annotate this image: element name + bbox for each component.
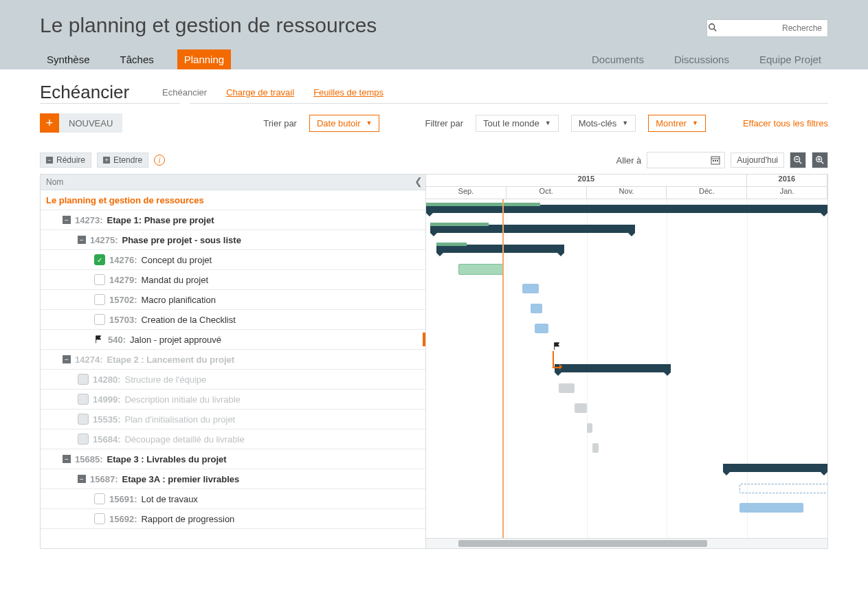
checkbox[interactable] [94,274,105,285]
task-row[interactable]: −15687: Etape 3A : premier livrables [41,469,425,489]
task-row[interactable]: 14280: Structure de l'équipe [41,370,425,390]
subtab-charge[interactable]: Charge de travail [226,82,294,103]
chevron-down-icon: ▼ [692,120,698,126]
gantt-group-bar[interactable] [555,364,671,372]
task-row[interactable]: 14279: Mandat du projet [41,270,425,290]
checkbox[interactable] [94,294,105,305]
keywords-select[interactable]: Mots-clés▼ [571,115,636,132]
horizontal-scrollbar[interactable] [426,538,827,548]
gantt-task-bar[interactable] [739,503,803,513]
svg-line-8 [799,161,802,164]
month-header: Nov. [587,187,667,199]
today-button[interactable]: Aujourd'hui [731,153,784,168]
plus-icon: + [40,113,59,133]
task-row[interactable]: 14999: Description initiale du livrable [41,390,425,409]
chevron-down-icon: ▼ [545,120,551,126]
subtab-echeancier[interactable]: Echéancier [162,82,207,103]
task-row[interactable]: 15691: Lot de travaux [41,489,425,509]
expand-all-button[interactable]: +Etendre [97,153,148,168]
gantt-task-bar[interactable] [592,443,599,453]
search-icon [707,23,717,34]
toggle-icon[interactable]: − [63,455,71,463]
search-box[interactable] [706,19,828,37]
gantt-task-bar[interactable] [535,324,548,333]
year-header: 2016 [747,175,827,186]
task-row[interactable]: ✓14276: Concept du projet [41,250,425,270]
checkbox[interactable] [78,414,89,425]
tab-tâches[interactable]: Tâches [113,49,161,69]
month-header: Oct. [507,187,587,199]
new-button-label: NOUVEAU [59,113,122,133]
year-header: 2015 [426,175,747,186]
tab-discussions[interactable]: Discussions [667,49,736,69]
checkbox[interactable]: ✓ [94,254,105,265]
zoom-out-button[interactable] [790,152,806,168]
gantt-group-bar[interactable] [426,205,827,213]
search-input[interactable] [717,23,827,34]
toggle-icon[interactable]: − [63,355,71,363]
month-header: Sep. [426,187,507,199]
toggle-icon[interactable]: − [63,216,71,224]
task-row[interactable]: 540: Jalon - projet approuvé [41,330,425,350]
dependency-arrow [553,351,561,368]
toggle-icon[interactable]: − [78,236,86,244]
collapse-panel-icon[interactable]: ❮ [414,176,423,187]
gantt-task-bar[interactable] [522,284,538,293]
gantt-group-bar[interactable] [723,464,827,472]
today-line [502,199,504,538]
sort-label: Trier par [263,118,297,128]
month-header: Jan. [747,187,827,199]
checkbox[interactable] [78,434,89,445]
gantt-task-bar[interactable] [531,304,543,313]
gantt-task-bar[interactable] [575,403,587,413]
tab-planning[interactable]: Planning [177,49,231,69]
chevron-down-icon: ▼ [366,120,372,126]
gantt-task-bar[interactable] [458,264,504,275]
svg-line-1 [713,28,716,31]
svg-rect-4 [713,160,714,161]
task-row[interactable]: 15684: Découpage detaillé du livrable [41,429,425,449]
gantt-task-bar[interactable] [587,423,593,433]
subtab-feuilles[interactable]: Feuilles de temps [313,82,383,103]
collapse-all-button[interactable]: −Réduire [40,153,91,168]
filter-label: Filtrer par [425,118,463,128]
task-row[interactable]: −14273: Etape 1: Phase pre projet [41,210,425,230]
gantt-group-bar[interactable] [430,225,635,233]
svg-point-0 [709,23,714,29]
month-header: Déc. [667,187,747,199]
checkbox[interactable] [94,493,105,504]
name-column-header: Nom [46,177,63,187]
checkbox[interactable] [94,513,105,524]
checkbox[interactable] [94,314,105,325]
task-row[interactable]: 15535: Plan d'initialisation du projet [41,409,425,429]
show-select[interactable]: Montrer▼ [648,115,706,132]
checkbox[interactable] [78,394,89,405]
gantt-group-bar[interactable] [739,484,827,493]
svg-line-11 [821,161,824,164]
gantt-group-bar[interactable] [436,245,565,253]
filter-select[interactable]: Tout le monde▼ [476,115,559,132]
tab-synthèse[interactable]: Synthèse [40,49,97,69]
page-title: Echéancier [40,82,129,103]
goto-label: Aller à [616,155,641,166]
tab-equipe-projet[interactable]: Equipe Projet [753,49,828,69]
new-button[interactable]: + NOUVEAU [40,113,122,133]
task-row[interactable]: −14274: Etape 2 : Lancement du projet [41,350,425,370]
info-icon[interactable]: i [154,155,165,166]
svg-rect-5 [715,160,716,161]
calendar-icon [711,155,720,165]
goto-date-input[interactable] [647,152,725,168]
clear-filters-link[interactable]: Effacer tous les filtres [743,118,828,128]
checkbox[interactable] [78,374,89,385]
task-row[interactable]: 15703: Creation de la Checklist [41,310,425,330]
toggle-icon[interactable]: − [78,475,86,483]
task-row[interactable]: Le planning et gestion de ressources [41,190,425,210]
tab-documents[interactable]: Documents [585,49,651,69]
task-row[interactable]: 15692: Rapport de progression [41,509,425,529]
task-row[interactable]: 15702: Macro planification [41,290,425,310]
task-row[interactable]: −14275: Phase pre projet - sous liste [41,230,425,250]
zoom-in-button[interactable] [812,152,828,168]
gantt-task-bar[interactable] [559,383,575,393]
task-row[interactable]: −15685: Etape 3 : Livrables du projet [41,449,425,469]
sort-select[interactable]: Date butoir▼ [309,115,380,132]
